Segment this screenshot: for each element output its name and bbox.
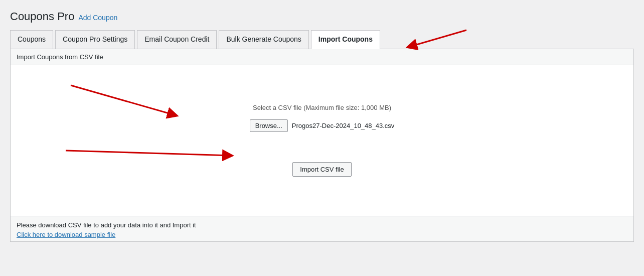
download-sample-link[interactable]: Click here to download sample file	[17, 231, 115, 238]
tab-content: Import Coupons from CSV file	[10, 49, 634, 242]
import-button-row: Import CSV file	[292, 162, 351, 177]
arrow-import-indicator	[61, 125, 281, 176]
selected-file-name: Progos27-Dec-2024_10_48_43.csv	[292, 122, 395, 129]
page-title: Coupons Pro	[10, 10, 74, 23]
browse-button[interactable]: Browse...	[250, 119, 288, 132]
page-header: Coupons Pro Add Coupon	[10, 10, 634, 23]
footer-section: Please download CSV file to add your dat…	[11, 216, 633, 241]
content-body: Select a CSV file (Maximum file size: 1,…	[11, 65, 633, 216]
import-csv-button[interactable]: Import CSV file	[292, 162, 351, 177]
file-input-row: Browse... Progos27-Dec-2024_10_48_43.csv	[250, 119, 395, 132]
footer-text: Please download CSV file to add your dat…	[17, 221, 627, 229]
add-coupon-link[interactable]: Add Coupon	[78, 14, 117, 22]
tab-coupons[interactable]: Coupons	[10, 30, 53, 49]
nav-tabs: Coupons Coupon Pro Settings Email Coupon…	[10, 30, 634, 49]
tab-coupon-pro-settings[interactable]: Coupon Pro Settings	[55, 30, 135, 49]
arrow-browse-indicator	[61, 75, 236, 135]
section-label: Import Coupons from CSV file	[11, 49, 633, 65]
page-wrapper: Coupons Pro Add Coupon Coupons Coupon Pr…	[0, 0, 644, 252]
csv-select-label: Select a CSV file (Maximum file size: 1,…	[253, 104, 391, 111]
csv-select-row: Select a CSV file (Maximum file size: 1,…	[250, 104, 395, 132]
tab-bulk-generate-coupons[interactable]: Bulk Generate Coupons	[219, 30, 308, 49]
tab-import-coupons[interactable]: Import Coupons	[311, 30, 380, 49]
tab-email-coupon-credit[interactable]: Email Coupon Credit	[137, 30, 217, 49]
